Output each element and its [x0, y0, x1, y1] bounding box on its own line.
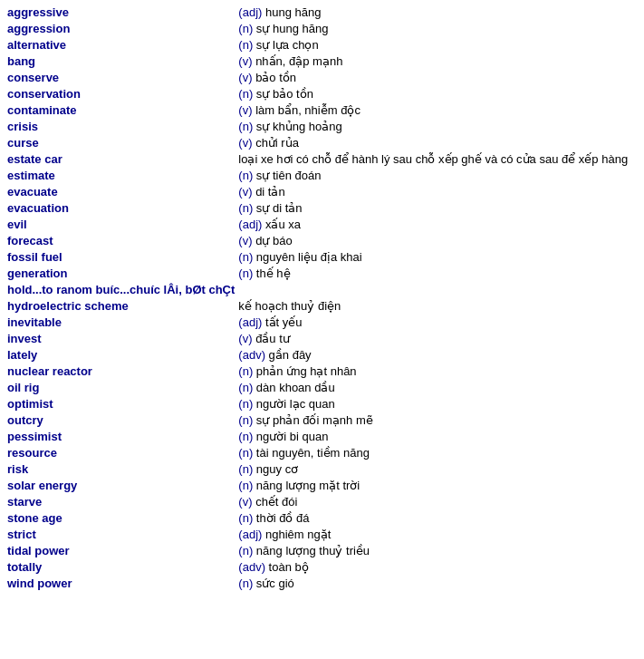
- list-item: evacuate(v) di tản: [5, 183, 639, 199]
- vocab-def-text: thời đồ đá: [256, 511, 310, 525]
- vocab-pos: (n): [238, 544, 256, 557]
- vocab-pos: (n): [238, 430, 256, 443]
- vocab-definition: (n) năng lượng mặt trời: [236, 477, 639, 493]
- vocab-definition: (n) thế hệ: [236, 265, 639, 281]
- vocab-def-text: đầu tư: [255, 332, 290, 345]
- vocab-word: strict: [5, 526, 236, 542]
- vocab-definition: (n) người bi quan: [236, 428, 639, 444]
- vocab-definition: loại xe hơi có chỗ để hành lý sau chỗ xế…: [236, 150, 639, 167]
- vocab-pos: (n): [238, 511, 256, 525]
- vocab-definition: (adj) tất yếu: [236, 314, 639, 330]
- list-item: curse(v) chửi rủa: [5, 134, 639, 150]
- vocab-pos: (adj): [238, 218, 265, 231]
- vocab-def-text: năng lượng mặt trời: [256, 479, 360, 492]
- vocab-def-text: sự khủng hoảng: [256, 120, 342, 133]
- vocab-def-text: sự di tản: [256, 201, 303, 215]
- list-item: lately(adv) gần đây: [5, 346, 639, 363]
- vocab-def-text: thế hệ: [256, 267, 291, 280]
- vocab-pos: (n): [238, 169, 256, 182]
- list-item: estate carloại xe hơi có chỗ để hành lý …: [5, 150, 639, 167]
- vocab-pos: (adj): [238, 528, 265, 541]
- list-item: outcry(n) sự phản đối mạnh mẽ: [5, 412, 639, 428]
- vocab-definition: (n) sự lựa chọn: [236, 36, 639, 53]
- list-item: inevitable(adj) tất yếu: [5, 314, 639, 330]
- vocab-word: aggression: [5, 20, 236, 36]
- vocab-definition: (adj) nghiêm ngặt: [236, 526, 639, 542]
- vocab-definition: (v) chửi rủa: [236, 134, 639, 150]
- vocab-word: evil: [5, 216, 236, 232]
- vocab-pos: (n): [238, 87, 256, 101]
- vocab-word: oil rig: [5, 379, 236, 395]
- list-item: optimist(n) người lạc quan: [5, 395, 639, 412]
- vocab-pos: (v): [238, 71, 255, 84]
- vocab-pos: (n): [238, 413, 256, 427]
- vocab-definition: (v) đầu tư: [236, 330, 639, 346]
- vocab-definition: (n) người lạc quan: [236, 395, 639, 412]
- vocab-def-text: người lạc quan: [256, 397, 335, 411]
- vocabulary-table: aggressive(adj) hung hăngaggression(n) s…: [5, 4, 639, 591]
- list-item: hydroelectric schemekế hoạch thuỷ điện: [5, 297, 639, 314]
- list-item: nuclear reactor(n) phản ứng hạt nhân: [5, 363, 639, 379]
- list-item: alternative(n) sự lựa chọn: [5, 36, 639, 53]
- list-item: estimate(n) sự tiên đoán: [5, 167, 639, 183]
- list-item: conserve(v) bảo tồn: [5, 69, 639, 85]
- vocab-definition: (n) phản ứng hạt nhân: [236, 363, 639, 379]
- vocab-word: optimist: [5, 395, 236, 412]
- vocab-def-text: kế hoạch thuỷ điện: [238, 299, 341, 313]
- vocab-definition: (n) sức gió: [236, 575, 639, 591]
- list-item: stone age(n) thời đồ đá: [5, 509, 639, 526]
- vocab-pos: (n): [238, 381, 256, 394]
- vocab-definition: (adv) gần đây: [236, 346, 639, 363]
- vocab-def-text: năng lượng thuỷ triều: [256, 544, 370, 557]
- vocab-word: starve: [5, 493, 236, 509]
- vocab-pos: (n): [238, 577, 256, 590]
- vocab-word: contaminate: [5, 102, 236, 118]
- vocab-pos: (adv): [238, 560, 268, 574]
- vocab-word: alternative: [5, 36, 236, 53]
- vocab-word: bang: [5, 53, 236, 69]
- list-item: evacuation(n) sự di tản: [5, 199, 639, 216]
- list-item: hold...to ranom buíc...chuíc lÂi, bØt ch…: [5, 281, 639, 297]
- vocab-def-text: gần đây: [269, 348, 312, 362]
- vocab-definition: (n) sự khủng hoảng: [236, 118, 639, 134]
- list-item: risk(n) nguy cơ: [5, 460, 639, 477]
- vocab-word: generation: [5, 265, 236, 281]
- vocab-word: invest: [5, 330, 236, 346]
- vocab-def-text: dự báo: [255, 234, 293, 247]
- list-item: generation(n) thế hệ: [5, 265, 639, 281]
- vocab-definition: (n) nguyên liệu địa khai: [236, 248, 639, 265]
- list-item: bang(v) nhấn, đập mạnh: [5, 53, 639, 69]
- vocab-def-text: toàn bộ: [269, 560, 309, 574]
- vocab-pos: (n): [238, 462, 256, 476]
- vocab-definition: (n) sự hung hăng: [236, 20, 639, 36]
- vocab-pos: (n): [238, 120, 256, 133]
- vocab-pos: (adj): [238, 5, 265, 19]
- vocab-pos: (n): [238, 250, 256, 264]
- vocab-def-text: chửi rủa: [255, 136, 299, 150]
- vocab-def-text: nguy cơ: [256, 462, 298, 476]
- vocab-definition: (adj) xấu xa: [236, 216, 639, 232]
- list-item: starve(v) chết đói: [5, 493, 639, 509]
- vocab-definition: (n) năng lượng thuỷ triều: [236, 542, 639, 558]
- vocab-word: fossil fuel: [5, 248, 236, 265]
- vocab-definition: (adv) toàn bộ: [236, 558, 639, 575]
- vocab-word: hold...to ranom buíc...chuíc lÂi, bØt ch…: [5, 281, 236, 297]
- vocab-def-text: dàn khoan dầu: [256, 381, 335, 394]
- vocab-pos: (n): [238, 446, 256, 460]
- vocab-def-text: sự lựa chọn: [256, 38, 319, 52]
- vocab-pos: (n): [238, 397, 256, 411]
- vocab-def-text: sự bảo tồn: [256, 87, 313, 101]
- vocab-definition: kế hoạch thuỷ điện: [236, 297, 639, 314]
- vocab-word: evacuation: [5, 199, 236, 216]
- vocab-def-text: hung hăng: [265, 5, 321, 19]
- list-item: conservation(n) sự bảo tồn: [5, 85, 639, 102]
- vocab-definition: (n) tài nguyên, tiềm năng: [236, 444, 639, 460]
- vocab-word: nuclear reactor: [5, 363, 236, 379]
- vocab-def-text: loại xe hơi có chỗ để hành lý sau chỗ xế…: [238, 152, 628, 166]
- list-item: evil(adj) xấu xa: [5, 216, 639, 232]
- vocab-definition: (v) làm bẩn, nhiễm độc: [236, 102, 639, 118]
- list-item: invest(v) đầu tư: [5, 330, 639, 346]
- vocab-definition: (n) sự tiên đoán: [236, 167, 639, 183]
- vocab-def-text: phản ứng hạt nhân: [256, 364, 357, 378]
- list-item: crisis(n) sự khủng hoảng: [5, 118, 639, 134]
